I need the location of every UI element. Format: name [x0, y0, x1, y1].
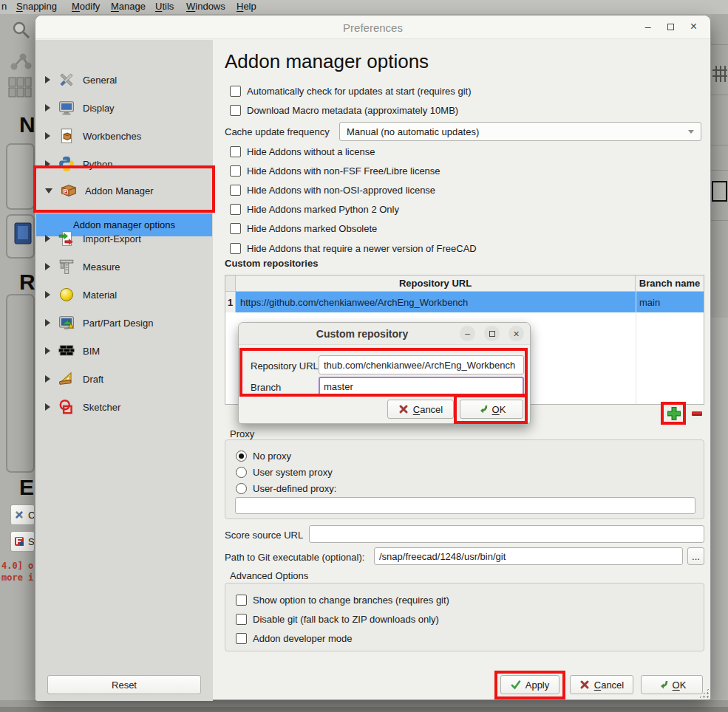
- bottom-strip-dark: [0, 707, 728, 712]
- maximize-icon[interactable]: [484, 326, 500, 341]
- git-path-input[interactable]: [374, 547, 683, 565]
- expand-arrow-icon[interactable]: [45, 160, 50, 168]
- expand-arrow-icon[interactable]: [45, 403, 50, 411]
- score-source-url-input[interactable]: [309, 525, 704, 543]
- checkbox-icon[interactable]: [230, 165, 241, 177]
- radio-user-defined-proxy[interactable]: User-defined proxy:: [236, 482, 336, 495]
- sidebar-item-addon-manager[interactable]: Addon Manager: [35, 177, 213, 204]
- menu-item-help[interactable]: Help: [237, 1, 256, 12]
- minimize-icon[interactable]: –: [460, 326, 475, 341]
- expand-arrow-icon[interactable]: [45, 76, 50, 83]
- console-line: more i: [1, 572, 33, 583]
- apply-button[interactable]: Apply: [500, 675, 559, 694]
- radio-icon[interactable]: [236, 483, 247, 494]
- checkbox-icon[interactable]: [230, 223, 241, 234]
- repository-url-cell[interactable]: https://github.com/chenkianwee/ArchEng_W…: [236, 292, 636, 312]
- checkbox-icon[interactable]: [230, 146, 241, 157]
- expand-arrow-icon[interactable]: [45, 132, 50, 140]
- sidebar-item-import-export[interactable]: Import-Export: [35, 225, 213, 252]
- expand-arrow-icon[interactable]: [45, 375, 50, 383]
- node-graph-icon[interactable]: [9, 52, 33, 72]
- radio-icon[interactable]: [236, 451, 247, 462]
- checkbox-disable-git[interactable]: Disable git (fall back to ZIP downloads …: [236, 613, 439, 626]
- menu-item-utils[interactable]: Utils: [155, 1, 174, 12]
- expand-arrow-icon[interactable]: [45, 263, 50, 270]
- checkbox-hide-newer-freecad[interactable]: Hide Addons that require a newer version…: [230, 242, 477, 255]
- maximize-icon[interactable]: [667, 24, 674, 30]
- column-branch-name[interactable]: Branch name: [636, 275, 704, 291]
- grid-blocks-icon[interactable]: [7, 76, 33, 98]
- table-row[interactable]: 1 https://github.com/chenkianwee/ArchEng…: [225, 292, 704, 312]
- menu-bar: n Snapping Modify Manage Utils Windows H…: [0, 0, 728, 14]
- sidebar-item-general[interactable]: General: [35, 66, 213, 93]
- sidebar-item-display[interactable]: Display: [35, 95, 213, 121]
- custom-repository-titlebar[interactable]: Custom repository – ×: [239, 323, 530, 345]
- radio-no-proxy[interactable]: No proxy: [236, 450, 291, 462]
- cross-icon: [579, 680, 590, 690]
- checkbox-hide-non-osi[interactable]: Hide Addons with non-OSI-approved licens…: [230, 184, 435, 196]
- sidebar-item-measure[interactable]: Measure: [35, 253, 213, 280]
- repository-url-input[interactable]: [319, 355, 524, 374]
- radio-user-system-proxy[interactable]: User system proxy: [236, 466, 333, 479]
- background-button-freecad[interactable]: S: [10, 531, 35, 552]
- remove-repository-button[interactable]: [692, 411, 702, 416]
- checkbox-hide-python2[interactable]: Hide Addons marked Python 2 Only: [230, 203, 399, 216]
- cross-icon: [398, 404, 409, 414]
- menu-item-windows[interactable]: Windows: [186, 1, 225, 12]
- browse-git-path-button[interactable]: ...: [687, 547, 704, 565]
- sidebar-item-workbenches[interactable]: Workbenches: [35, 123, 213, 149]
- expand-arrow-icon[interactable]: [45, 104, 50, 112]
- checkbox-icon[interactable]: [230, 86, 241, 97]
- sidebar-item-part-part-design[interactable]: Part/Part Design: [35, 309, 213, 336]
- sidebar-item-bim[interactable]: BIM: [35, 338, 213, 364]
- checkbox-hide-non-fsf[interactable]: Hide Addons with non-FSF Free/Libre lice…: [230, 165, 440, 177]
- close-icon[interactable]: ×: [508, 326, 524, 341]
- sidebar-item-sketcher[interactable]: Sketcher: [35, 394, 213, 420]
- sidebar-item-python[interactable]: Python: [35, 151, 213, 177]
- column-repository-url[interactable]: Repository URL: [236, 275, 636, 291]
- checkbox-hide-obsolete[interactable]: Hide Addons marked Obsolete: [230, 222, 377, 235]
- sidebar-item-draft[interactable]: Draft: [35, 366, 213, 392]
- checkbox-icon[interactable]: [230, 105, 241, 116]
- checkbox-icon[interactable]: [230, 204, 241, 215]
- dialog-ok-button[interactable]: OK: [460, 400, 523, 419]
- checkbox-show-branches[interactable]: Show option to change branches (requires…: [236, 594, 449, 606]
- menu-item-partial[interactable]: n: [1, 1, 7, 12]
- checkbox-icon[interactable]: [236, 633, 247, 644]
- expand-arrow-icon[interactable]: [45, 291, 50, 298]
- hash-grid-icon[interactable]: [712, 64, 727, 83]
- sidebar-item-material[interactable]: Material: [35, 281, 213, 308]
- collapse-arrow-icon[interactable]: [45, 188, 52, 194]
- preferences-titlebar[interactable]: Preferences – ×: [35, 16, 710, 39]
- background-button-tools[interactable]: C: [10, 504, 35, 525]
- checkbox-icon[interactable]: [236, 614, 247, 625]
- menu-item-modify[interactable]: Modify: [72, 1, 100, 12]
- expand-arrow-icon[interactable]: [45, 319, 50, 326]
- add-repository-button[interactable]: [666, 405, 682, 422]
- branch-input[interactable]: [319, 377, 524, 396]
- checkbox-icon[interactable]: [230, 185, 241, 196]
- cache-update-frequency-select[interactable]: Manual (no automatic updates): [339, 122, 701, 141]
- checkbox-icon[interactable]: [236, 595, 247, 606]
- checkbox-hide-no-license[interactable]: Hide Addons without a license: [230, 146, 375, 158]
- checkbox-addon-developer-mode[interactable]: Addon developer mode: [236, 632, 352, 645]
- expand-arrow-icon[interactable]: [45, 235, 50, 242]
- box-icon[interactable]: [712, 181, 727, 202]
- branch-name-cell[interactable]: main: [636, 292, 704, 312]
- reset-button[interactable]: Reset: [47, 675, 201, 694]
- expand-arrow-icon[interactable]: [45, 347, 50, 355]
- checkbox-download-macro-metadata[interactable]: Download Macro metadata (approximately 1…: [230, 104, 458, 117]
- menu-item-manage[interactable]: Manage: [111, 1, 146, 12]
- magnifier-icon[interactable]: [11, 20, 32, 41]
- checkbox-auto-check-updates[interactable]: Automatically check for updates at start…: [230, 85, 471, 97]
- background-heading-e: E: [19, 475, 34, 500]
- dialog-cancel-button[interactable]: Cancel: [387, 400, 454, 419]
- close-icon[interactable]: ×: [690, 20, 697, 33]
- menu-item-snapping[interactable]: Snapping: [16, 1, 57, 12]
- proxy-input[interactable]: [235, 497, 695, 514]
- cancel-button[interactable]: Cancel: [570, 675, 633, 694]
- radio-icon[interactable]: [236, 467, 247, 478]
- minimize-icon[interactable]: –: [645, 21, 651, 32]
- ok-button[interactable]: OK: [641, 675, 703, 694]
- checkbox-icon[interactable]: [230, 243, 241, 254]
